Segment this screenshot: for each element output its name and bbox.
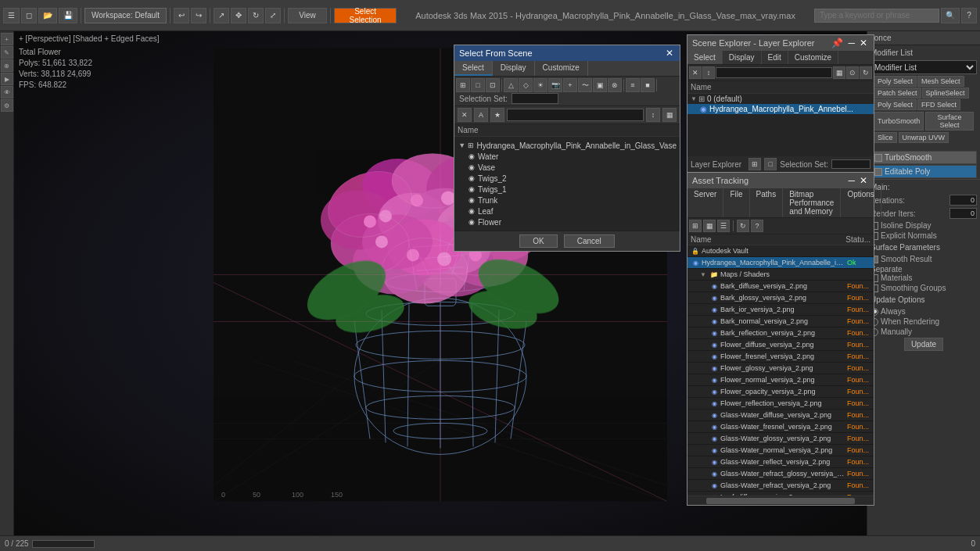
tool-invert-btn[interactable]: ⊡ <box>486 78 500 92</box>
at-bitmap-menu[interactable]: Bitmap Performance and Memory <box>783 188 841 217</box>
tree-item-vase[interactable]: ◉ Vase <box>467 162 677 173</box>
patch-select-btn[interactable]: Patch Select <box>874 88 921 98</box>
tree-item-trunk[interactable]: ◉ Trunk <box>467 195 677 206</box>
selection-set-input[interactable] <box>512 93 558 104</box>
at-glass-normal[interactable]: ◉ Glass-Water_normal_versiya_2.png Foun.… <box>687 445 874 456</box>
tab-customize[interactable]: Customize <box>535 61 588 76</box>
modify-icon[interactable]: ✎ <box>1 46 13 59</box>
unwrap-btn[interactable]: Unwrap UVW <box>899 132 949 143</box>
poly-select2-btn[interactable]: Poly Select <box>874 99 917 110</box>
se-row-hydrangea[interactable]: ◉ Hydrangea_Macrophylla_Pink_Annebel... <box>687 104 874 114</box>
search-btn[interactable]: 🔍 <box>941 8 960 23</box>
editable-poly-stack-item[interactable]: Editable Poly <box>871 165 977 178</box>
se-tab-customize[interactable]: Customize <box>788 51 838 64</box>
ts-check[interactable] <box>874 154 882 162</box>
save-btn[interactable]: 💾 <box>59 8 77 23</box>
select-from-scene-close[interactable]: ✕ <box>664 48 675 59</box>
maps-expand[interactable]: ▼ <box>700 271 706 278</box>
tree-item-twigs1[interactable]: ◉ Twigs_1 <box>467 184 677 195</box>
tab-display[interactable]: Display <box>493 61 535 76</box>
at-flower-normal[interactable]: ◉ Flower_normal_versiya_2.png Foun... <box>687 374 874 386</box>
at-glass-diffuse[interactable]: ◉ Glass-Water_diffuse_versiya_2.png Foun… <box>687 410 874 421</box>
ffd-btn[interactable]: FFD Select <box>917 99 960 110</box>
at-scrollbar[interactable] <box>687 496 874 505</box>
se-search-input[interactable] <box>716 67 832 78</box>
at-paths-menu[interactable]: Paths <box>750 188 784 217</box>
at-bark-diffuse[interactable]: ◉ Bark_diffuse_versiya_2.png Foun... <box>687 281 874 292</box>
se-tab-display[interactable]: Display <box>723 51 762 64</box>
at-bark-reflection[interactable]: ◉ Bark_reflection_versiya_2.png Foun... <box>687 327 874 339</box>
scene-search-input[interactable] <box>507 109 644 121</box>
ok-button[interactable]: OK <box>519 234 557 248</box>
keyword-search[interactable] <box>814 9 939 23</box>
workspace-btn[interactable]: Workspace: Default <box>84 8 167 23</box>
scale-btn[interactable]: ⤢ <box>265 8 281 23</box>
modifier-dropdown[interactable]: Modifier List <box>871 60 977 74</box>
tool-cam-btn[interactable]: 📷 <box>548 78 562 92</box>
view-btn[interactable]: View <box>288 8 327 23</box>
tree-item-flower[interactable]: ◉ Flower <box>467 216 677 227</box>
at-vault-row[interactable]: 🔒 Autodesk Vault <box>687 245 874 257</box>
hierarchy-icon[interactable]: ⊕ <box>1 59 13 72</box>
at-server-menu[interactable]: Server <box>687 188 723 217</box>
move-btn[interactable]: ✥ <box>231 8 246 23</box>
se-expand-default[interactable]: ▼ <box>691 95 697 102</box>
update-button[interactable]: Update <box>904 338 943 351</box>
rotate-btn[interactable]: ↻ <box>248 8 264 23</box>
ep-check[interactable] <box>874 168 882 176</box>
at-scrollbar-thumb[interactable] <box>706 498 855 504</box>
at-min[interactable]: ─ <box>846 175 856 186</box>
se-tab-edit[interactable]: Edit <box>762 51 788 64</box>
highlight-btn[interactable]: ★ <box>490 108 504 122</box>
le-selection-set-input[interactable] <box>831 159 871 169</box>
help-btn[interactable]: ? <box>961 8 977 23</box>
redo-btn[interactable]: ↪ <box>191 8 206 23</box>
at-main-file-row[interactable]: ◉ Hydrangea_Macrophylla_Pink_Annabelle_i… <box>687 257 874 269</box>
at-glass-refract-glossy[interactable]: ◉ Glass-Water_refract_glossy_versiya_2..… <box>687 468 874 480</box>
se-row-default[interactable]: ▼ ⊞ 0 (default) <box>687 94 874 104</box>
tool-shape-btn[interactable]: ◇ <box>519 78 533 92</box>
sort-btn[interactable]: ↕ <box>646 108 660 122</box>
se-refresh[interactable]: ↻ <box>860 66 872 79</box>
select-btn[interactable]: ↗ <box>214 8 229 23</box>
at-glass-refract[interactable]: ◉ Glass-Water_refract_versiya_2.png Foun… <box>687 480 874 492</box>
poly-select-btn[interactable]: Poly Select <box>874 76 917 87</box>
tab-select[interactable]: Select <box>454 61 493 76</box>
at-maps-folder-row[interactable]: ▼ 📁 Maps / Shaders <box>687 269 874 281</box>
utilities-icon[interactable]: ⚙ <box>1 99 13 112</box>
at-bark-glossy[interactable]: ◉ Bark_glossy_versiya_2.png Foun... <box>687 292 874 304</box>
tool-group-btn[interactable]: ▣ <box>593 78 607 92</box>
filter-btn[interactable]: ▦ <box>662 108 677 122</box>
at-tool1[interactable]: ⊞ <box>689 220 702 232</box>
se-sort[interactable]: ↕ <box>702 66 715 79</box>
le-tool2[interactable]: □ <box>764 158 777 170</box>
at-tool5[interactable]: ? <box>751 220 763 232</box>
at-flower-reflection[interactable]: ◉ Flower_reflection_versiya_2.png Foun..… <box>687 398 874 410</box>
at-close[interactable]: ✕ <box>858 175 869 186</box>
find-btn[interactable]: ✕ <box>458 108 472 122</box>
tool-xref-btn[interactable]: ⊗ <box>608 78 622 92</box>
at-flower-glossy[interactable]: ◉ Flower_glossy_versiya_2.png Foun... <box>687 363 874 374</box>
scene-explorer-pin[interactable]: 📌 <box>830 38 845 48</box>
iterations-input[interactable] <box>949 195 977 206</box>
create-icon[interactable]: + <box>1 33 13 45</box>
at-flower-opacity[interactable]: ◉ Flower_opacity_versiya_2.png Foun... <box>687 386 874 398</box>
tool-none-btn[interactable]: □ <box>471 78 485 92</box>
at-tool3[interactable]: ☰ <box>717 220 730 232</box>
tree-item-leaf[interactable]: ◉ Leaf <box>467 206 677 216</box>
at-tool2[interactable]: ▦ <box>703 220 716 232</box>
at-bark-normal[interactable]: ◉ Bark_normal_versiya_2.png Foun... <box>687 316 874 327</box>
tool-warp-btn[interactable]: 〜 <box>578 78 592 92</box>
at-flower-fresnel[interactable]: ◉ Flower_fresnel_versiya_2.png Foun... <box>687 351 874 363</box>
se-tab-select[interactable]: Select <box>687 51 723 64</box>
at-glass-glossy[interactable]: ◉ Glass-Water_glossy_versiya_2.png Foun.… <box>687 433 874 445</box>
le-tool1[interactable]: ⊞ <box>748 158 761 170</box>
scene-explorer-close[interactable]: ✕ <box>858 38 869 48</box>
expand-root[interactable]: ▼ <box>458 141 466 150</box>
undo-btn[interactable]: ↩ <box>174 8 189 23</box>
at-tool4[interactable]: ↻ <box>737 220 749 232</box>
cancel-button[interactable]: Cancel <box>564 234 615 248</box>
tree-item-root[interactable]: ▼ ⊞ Hydrangea_Macrophylla_Pink_Annabelle… <box>458 140 677 151</box>
at-bark-ior[interactable]: ◉ Bark_ior_versiya_2.png Foun... <box>687 304 874 316</box>
tool-all-btn[interactable]: ⊞ <box>456 78 470 92</box>
